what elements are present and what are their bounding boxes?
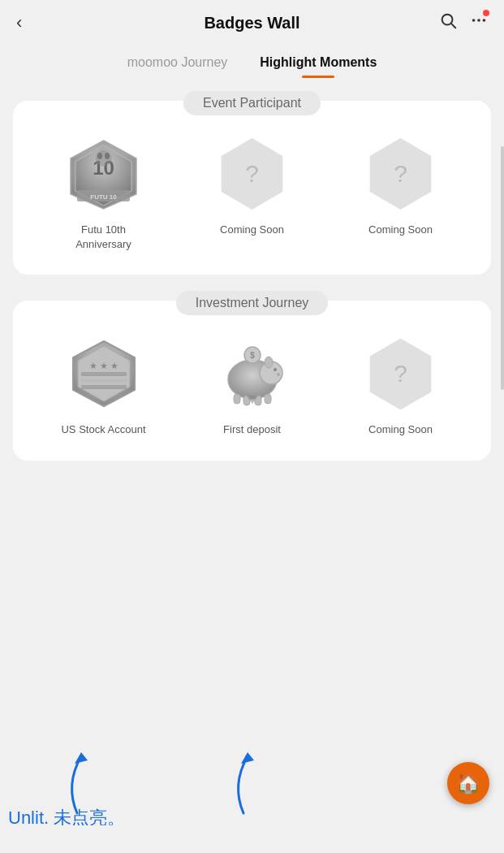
tabs-bar: moomoo Journey Highlight Moments bbox=[0, 45, 504, 78]
badge-label-coming-soon-2: Coming Soon bbox=[368, 223, 433, 237]
home-fab-button[interactable]: 🏠 bbox=[447, 762, 489, 804]
placeholder-hex-2: ? bbox=[365, 138, 437, 210]
more-menu-icon[interactable] bbox=[470, 11, 488, 34]
header-right bbox=[439, 11, 488, 34]
scrollbar[interactable] bbox=[501, 146, 504, 390]
svg-text:Unlit. 未点亮。: Unlit. 未点亮。 bbox=[8, 808, 125, 825]
investment-journey-header: Investment Journey bbox=[13, 291, 491, 315]
badge-coming-soon-1[interactable]: ? Coming Soon bbox=[208, 133, 297, 237]
first-deposit-icon: $ bbox=[212, 333, 293, 414]
svg-point-8 bbox=[96, 150, 112, 167]
badge-coming-soon-3[interactable]: ? Coming Soon bbox=[356, 333, 446, 437]
header: ‹ Badges Wall bbox=[0, 0, 504, 45]
badge-label-coming-soon-1: Coming Soon bbox=[220, 223, 284, 237]
event-participant-label: Event Participant bbox=[183, 91, 321, 115]
svg-point-9 bbox=[97, 153, 102, 159]
event-participant-header: Event Participant bbox=[13, 91, 491, 115]
placeholder-hex-1: ? bbox=[217, 138, 288, 210]
badge-first-deposit[interactable]: $ First deposit bbox=[208, 333, 297, 437]
investment-journey-section: Investment Journey bbox=[13, 291, 491, 460]
us-stock-icon: ★ ★ ★ bbox=[63, 333, 144, 414]
badge-futu-10th[interactable]: 10 FUTU 10 Futu 10thAnniversary bbox=[59, 133, 149, 252]
badge-coming-soon-2[interactable]: ? Coming Soon bbox=[356, 133, 446, 237]
event-participant-section: Event Participant bbox=[13, 91, 491, 275]
svg-marker-33 bbox=[241, 752, 254, 764]
svg-point-10 bbox=[105, 153, 110, 159]
svg-rect-30 bbox=[265, 394, 271, 404]
investment-journey-body: ★ ★ ★ US Stock Account bbox=[13, 301, 491, 460]
badge-label-first-deposit: First deposit bbox=[223, 422, 281, 437]
coming-soon-1-icon: ? bbox=[212, 133, 293, 214]
coming-soon-3-icon: ? bbox=[360, 333, 442, 414]
tab-moomoo-journey[interactable]: moomoo Journey bbox=[127, 55, 228, 78]
main-content: Event Participant bbox=[0, 78, 504, 477]
search-icon[interactable] bbox=[439, 11, 457, 34]
svg-rect-18 bbox=[81, 385, 127, 389]
svg-point-3 bbox=[477, 19, 480, 22]
svg-text:$: $ bbox=[250, 351, 255, 360]
tab-highlight-moments[interactable]: Highlight Moments bbox=[260, 55, 377, 78]
svg-line-1 bbox=[451, 24, 455, 28]
annotation-overlay: Unlit. 未点亮。 bbox=[0, 736, 390, 829]
investment-journey-label: Investment Journey bbox=[176, 291, 329, 315]
placeholder-hex-3: ? bbox=[365, 338, 437, 409]
futu-badge-icon: 10 FUTU 10 bbox=[63, 133, 144, 214]
badge-us-stock[interactable]: ★ ★ ★ US Stock Account bbox=[59, 333, 149, 437]
svg-point-23 bbox=[277, 373, 280, 376]
home-icon: 🏠 bbox=[456, 772, 480, 795]
svg-rect-17 bbox=[81, 379, 127, 383]
svg-text:★ ★ ★: ★ ★ ★ bbox=[88, 361, 118, 370]
svg-point-4 bbox=[483, 19, 486, 22]
badge-label-coming-soon-3: Coming Soon bbox=[368, 422, 433, 437]
badge-label-futu: Futu 10thAnniversary bbox=[75, 223, 131, 252]
svg-marker-32 bbox=[75, 752, 88, 764]
svg-rect-27 bbox=[234, 394, 240, 404]
svg-point-21 bbox=[265, 357, 273, 368]
svg-rect-16 bbox=[81, 372, 127, 376]
svg-text:FUTU 10: FUTU 10 bbox=[90, 193, 117, 201]
svg-point-2 bbox=[472, 19, 476, 22]
svg-point-22 bbox=[274, 368, 277, 371]
badge-label-us-stock: US Stock Account bbox=[61, 422, 145, 437]
notification-dot bbox=[483, 10, 489, 16]
page-title: Badges Wall bbox=[204, 14, 299, 32]
header-left: ‹ bbox=[16, 12, 22, 33]
coming-soon-2-icon: ? bbox=[360, 133, 442, 214]
back-button[interactable]: ‹ bbox=[16, 12, 22, 33]
event-participant-body: 10 FUTU 10 Futu 10thAnniversary bbox=[13, 101, 491, 275]
